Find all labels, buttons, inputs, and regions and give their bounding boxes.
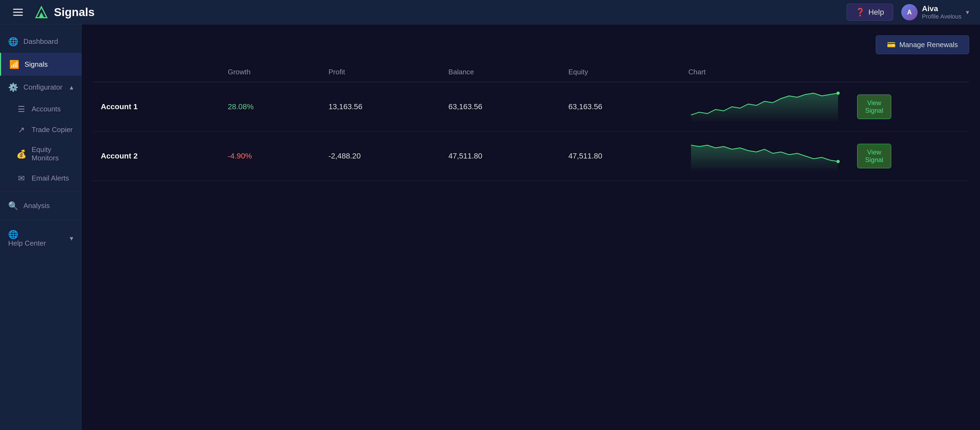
sidebar-item-email-alerts[interactable]: ✉ Email Alerts — [0, 168, 81, 188]
avatar: A — [901, 4, 918, 21]
account-name-cell: Account 1 — [92, 82, 220, 132]
equity-cell: 47,511.80 — [560, 132, 680, 181]
col-header-chart: Chart — [680, 62, 849, 82]
table-row: Account 1 28.08% 13,163.56 63,163.56 63,… — [92, 82, 969, 132]
analysis-label: Analysis — [24, 202, 50, 210]
growth-value: -4.90% — [228, 152, 252, 160]
mini-chart-container — [688, 91, 841, 123]
help-center-chevron-icon: ▾ — [70, 234, 73, 243]
growth-value: 28.08% — [228, 102, 254, 111]
sidebar-item-equity-monitors[interactable]: 💰 Equity Monitors — [0, 140, 81, 168]
chart-cell — [680, 82, 849, 132]
help-center-label: Help Center — [8, 239, 46, 247]
sidebar-item-trade-copier[interactable]: ↗ Trade Copier — [0, 119, 81, 140]
accounts-label: Accounts — [32, 105, 61, 113]
manage-renewals-button[interactable]: 💳 Manage Renewals — [876, 35, 969, 54]
app-title: Signals — [54, 6, 94, 19]
content-header: 💳 Manage Renewals — [92, 35, 969, 54]
header-right: ❓ Help A Aiva Profile Avelous ▾ — [846, 3, 969, 21]
sidebar: 🌐 Dashboard 📶 Signals ⚙️ Configurator ▴ … — [0, 24, 82, 430]
manage-renewals-label: Manage Renewals — [899, 41, 958, 49]
help-button-label: Help — [868, 8, 884, 17]
equity-value: 63,163.56 — [568, 102, 603, 111]
help-center-icon: 🌐 — [8, 229, 18, 239]
profit-value: 13,163.56 — [328, 102, 363, 111]
credit-card-icon: 💳 — [887, 41, 896, 49]
svg-marker-1 — [39, 12, 44, 18]
email-alerts-label: Email Alerts — [32, 174, 69, 182]
col-header-equity: Equity — [560, 62, 680, 82]
logo-icon — [33, 4, 49, 21]
sidebar-divider-1 — [0, 191, 81, 191]
action-cell: ViewSignal — [849, 82, 969, 132]
configurator-label: Configurator — [24, 83, 62, 91]
user-name: Aiva — [922, 4, 961, 13]
account-name-cell: Account 2 — [92, 132, 220, 181]
account-name: Account 2 — [101, 152, 212, 161]
sidebar-item-label: Dashboard — [24, 37, 58, 46]
trade-copier-icon: ↗ — [16, 125, 26, 135]
chart-cell — [680, 132, 849, 181]
logo-area: Signals — [33, 4, 94, 21]
header-left: Signals — [11, 4, 94, 21]
profit-cell: 13,163.56 — [320, 82, 440, 132]
email-alerts-icon: ✉ — [16, 173, 26, 183]
configurator-chevron-icon: ▴ — [70, 83, 73, 91]
balance-cell: 47,511.80 — [440, 132, 560, 181]
col-header-growth: Growth — [220, 62, 320, 82]
sidebar-item-label: Signals — [24, 60, 48, 68]
equity-value: 47,511.80 — [568, 152, 603, 160]
sidebar-item-accounts[interactable]: ☰ Accounts — [0, 99, 81, 119]
sidebar-item-signals[interactable]: 📶 Signals — [0, 53, 81, 76]
hamburger-line-3 — [13, 15, 23, 16]
content-area: 💳 Manage Renewals Growth Profit Balance … — [82, 24, 980, 430]
hamburger-line-1 — [13, 9, 23, 10]
configurator-icon: ⚙️ — [8, 82, 18, 92]
main-layout: 🌐 Dashboard 📶 Signals ⚙️ Configurator ▴ … — [0, 24, 980, 430]
action-cell: ViewSignal — [849, 132, 969, 181]
user-area[interactable]: A Aiva Profile Avelous ▾ — [901, 4, 969, 21]
balance-value: 47,511.80 — [448, 152, 482, 160]
help-circle-icon: ❓ — [856, 8, 865, 17]
equity-cell: 63,163.56 — [560, 82, 680, 132]
analysis-icon: 🔍 — [8, 201, 18, 210]
configurator-section-header[interactable]: ⚙️ Configurator ▴ — [0, 76, 81, 99]
profit-value: -2,488.20 — [328, 152, 361, 160]
table-header-row: Growth Profit Balance Equity Chart — [92, 62, 969, 82]
equity-monitors-icon: 💰 — [16, 149, 26, 159]
dashboard-icon: 🌐 — [8, 37, 18, 46]
growth-cell: -4.90% — [220, 132, 320, 181]
top-header: Signals ❓ Help A Aiva Profile Avelous ▾ — [0, 0, 980, 24]
sidebar-item-help-center[interactable]: 🌐 Help Center ▾ — [0, 223, 81, 254]
hamburger-line-2 — [13, 12, 23, 13]
hamburger-button[interactable] — [11, 6, 25, 18]
col-header-profit: Profit — [320, 62, 440, 82]
sidebar-item-dashboard[interactable]: 🌐 Dashboard — [0, 30, 81, 53]
view-signal-button[interactable]: ViewSignal — [857, 94, 891, 119]
balance-value: 63,163.56 — [448, 102, 482, 111]
balance-cell: 63,163.56 — [440, 82, 560, 132]
help-button[interactable]: ❓ Help — [846, 3, 893, 21]
signals-table: Growth Profit Balance Equity Chart Accou… — [92, 62, 969, 181]
user-info: Aiva Profile Avelous — [922, 4, 961, 20]
help-center-label-group: 🌐 Help Center — [8, 229, 46, 248]
equity-monitors-label: Equity Monitors — [32, 145, 76, 162]
profit-cell: -2,488.20 — [320, 132, 440, 181]
trade-copier-label: Trade Copier — [32, 126, 73, 134]
col-header-name — [92, 62, 220, 82]
svg-point-2 — [837, 91, 840, 95]
col-header-action — [849, 62, 969, 82]
col-header-balance: Balance — [440, 62, 560, 82]
account-name: Account 1 — [101, 102, 212, 111]
configurator-label-group: ⚙️ Configurator — [8, 82, 62, 92]
view-signal-button[interactable]: ViewSignal — [857, 144, 891, 168]
table-row: Account 2 -4.90% -2,488.20 47,511.80 47,… — [92, 132, 969, 181]
growth-cell: 28.08% — [220, 82, 320, 132]
sidebar-item-analysis[interactable]: 🔍 Analysis — [0, 194, 81, 217]
mini-chart-container — [688, 140, 841, 172]
user-subtitle: Profile Avelous — [922, 13, 961, 20]
accounts-icon: ☰ — [16, 104, 26, 114]
chevron-down-icon: ▾ — [966, 8, 969, 16]
signals-icon: 📶 — [9, 59, 19, 69]
svg-point-3 — [837, 160, 840, 163]
